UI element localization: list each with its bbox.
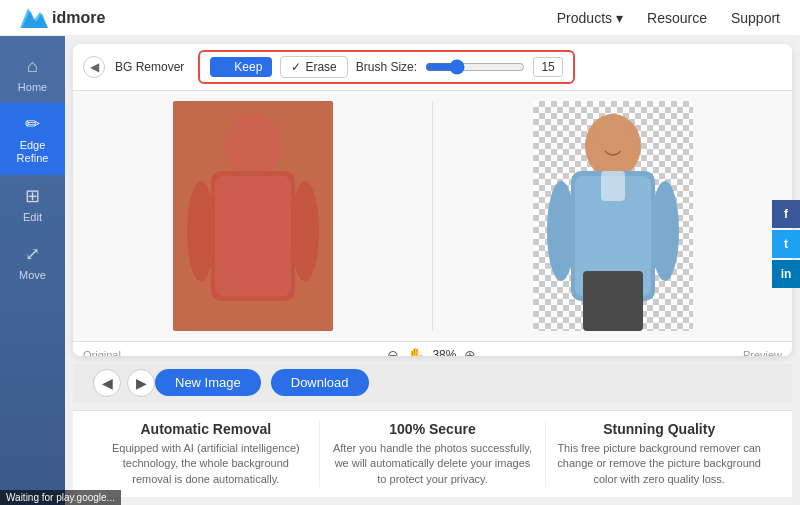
sidebar-item-move[interactable]: ⤢ Move	[0, 233, 65, 291]
feature-title-1: 100% Secure	[330, 421, 536, 437]
feature-automatic: Automatic Removal Equipped with AI (arti…	[93, 421, 320, 487]
original-label: Original	[83, 349, 121, 356]
svg-point-9	[227, 116, 279, 176]
keep-button[interactable]: ✓ Keep	[210, 57, 272, 77]
svg-point-16	[593, 119, 633, 167]
zoom-controls: ⊖ ✋ 38% ⊕	[387, 347, 476, 356]
brush-size-value: 15	[533, 57, 563, 77]
original-person-svg	[173, 101, 333, 331]
feature-title-2: Stunning Quality	[556, 421, 762, 437]
sidebar-item-label: Edge Refine	[5, 139, 60, 165]
feature-desc-2: This free picture background remover can…	[556, 441, 762, 487]
feature-secure: 100% Secure After you handle the photos …	[320, 421, 547, 487]
preview-image[interactable]	[533, 101, 693, 331]
original-pane	[83, 101, 422, 331]
zoom-out-icon[interactable]: ⊖	[387, 347, 399, 356]
logo-text: idmore	[52, 9, 105, 27]
back-button[interactable]: ◀	[83, 56, 105, 78]
social-sidebar: f t in	[772, 200, 800, 288]
logo: idmore	[20, 8, 105, 28]
sidebar-item-edit[interactable]: ⊞ Edit	[0, 175, 65, 233]
feature-desc-0: Equipped with AI (artificial intelligenc…	[103, 441, 309, 487]
download-button[interactable]: Download	[271, 369, 369, 396]
move-icon: ⤢	[25, 243, 40, 265]
zoom-value: 38%	[432, 348, 456, 356]
preview-person-svg	[533, 101, 693, 331]
check-icon-erase: ✓	[291, 60, 301, 74]
check-icon: ✓	[220, 60, 230, 74]
logo-icon	[20, 8, 48, 28]
content-area: ◀ BG Remover ✓ Keep ✓ Erase Brush Size: …	[65, 36, 800, 505]
nav-resource[interactable]: Resource	[647, 10, 707, 26]
zoom-in-icon[interactable]: ⊕	[464, 347, 476, 356]
svg-point-13	[547, 181, 575, 281]
sidebar-item-label: Home	[18, 81, 47, 93]
svg-rect-15	[601, 171, 625, 201]
svg-point-14	[651, 181, 679, 281]
home-icon: ⌂	[27, 56, 38, 77]
nav-support[interactable]: Support	[731, 10, 780, 26]
nav-arrows: ◀ ▶	[93, 369, 155, 397]
feature-desc-1: After you handle the photos successfully…	[330, 441, 536, 487]
original-image[interactable]	[173, 101, 333, 331]
prev-button[interactable]: ◀	[93, 369, 121, 397]
edit-icon: ⊞	[25, 185, 40, 207]
facebook-button[interactable]: f	[772, 200, 800, 228]
preview-label: Preview	[743, 349, 782, 356]
app-container: ⌂ Home ✏ Edge Refine ⊞ Edit ⤢ Move ◀ BG …	[0, 36, 800, 505]
editor-title: BG Remover	[115, 60, 184, 74]
next-button[interactable]: ▶	[127, 369, 155, 397]
brush-size-slider[interactable]	[425, 59, 525, 75]
header-nav: Products ▾ Resource Support	[557, 10, 780, 26]
toolbar-controls: ✓ Keep ✓ Erase Brush Size: 15	[198, 50, 575, 84]
sidebar-item-home[interactable]: ⌂ Home	[0, 46, 65, 103]
action-buttons-row: ◀ ▶ New Image Download	[73, 364, 792, 402]
nav-products[interactable]: Products ▾	[557, 10, 623, 26]
edge-refine-icon: ✏	[25, 113, 40, 135]
sidebar-item-label: Edit	[23, 211, 42, 223]
erase-button[interactable]: ✓ Erase	[280, 56, 347, 78]
feature-quality: Stunning Quality This free picture backg…	[546, 421, 772, 487]
status-bar: Waiting for play.google...	[0, 490, 121, 505]
feature-title-0: Automatic Removal	[103, 421, 309, 437]
editor-toolbar: ◀ BG Remover ✓ Keep ✓ Erase Brush Size: …	[73, 44, 792, 91]
brush-size-label: Brush Size:	[356, 60, 417, 74]
action-center-buttons: New Image Download	[155, 369, 369, 396]
linkedin-button[interactable]: in	[772, 260, 800, 288]
features-section: Automatic Removal Equipped with AI (arti…	[73, 410, 792, 497]
preview-pane	[443, 101, 782, 331]
new-image-button[interactable]: New Image	[155, 369, 261, 396]
hand-icon[interactable]: ✋	[407, 347, 424, 356]
image-divider	[432, 101, 433, 331]
sidebar-item-edge-refine[interactable]: ✏ Edge Refine	[0, 103, 65, 175]
editor-bottom-bar: Original ⊖ ✋ 38% ⊕ Preview	[73, 341, 792, 356]
header: idmore Products ▾ Resource Support	[0, 0, 800, 36]
editor-images	[73, 91, 792, 341]
twitter-button[interactable]: t	[772, 230, 800, 258]
editor-panel: ◀ BG Remover ✓ Keep ✓ Erase Brush Size: …	[73, 44, 792, 356]
chevron-down-icon: ▾	[616, 10, 623, 26]
sidebar: ⌂ Home ✏ Edge Refine ⊞ Edit ⤢ Move	[0, 36, 65, 505]
sidebar-item-label: Move	[19, 269, 46, 281]
svg-rect-17	[583, 271, 643, 331]
